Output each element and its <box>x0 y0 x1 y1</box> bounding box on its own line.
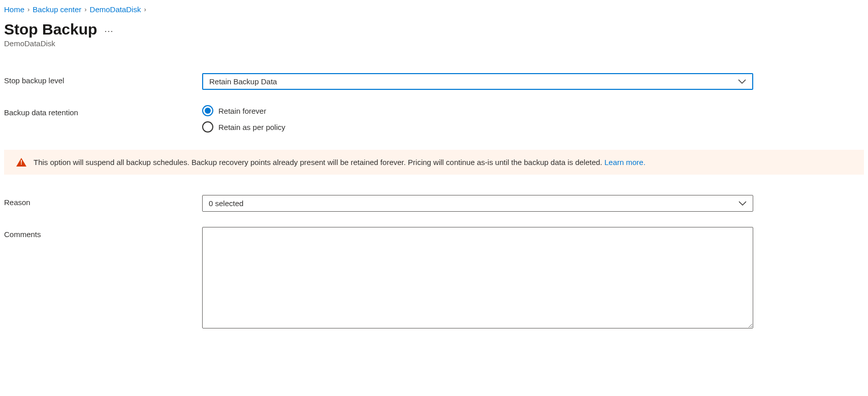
warning-icon <box>16 158 26 167</box>
breadcrumb-home[interactable]: Home <box>4 5 24 14</box>
radio-retain-forever[interactable]: Retain forever <box>202 105 753 116</box>
more-icon[interactable]: ⋯ <box>104 22 114 37</box>
radio-retain-per-policy-label: Retain as per policy <box>218 123 285 131</box>
breadcrumb: Home › Backup center › DemoDataDisk › <box>4 5 864 14</box>
row-comments: Comments <box>4 227 864 330</box>
page-subtitle: DemoDataDisk <box>4 39 864 48</box>
radio-retain-forever-label: Retain forever <box>218 107 266 115</box>
breadcrumb-backup-center[interactable]: Backup center <box>33 5 81 14</box>
chevron-right-icon: › <box>84 6 86 13</box>
page-header: Stop Backup ⋯ <box>4 21 864 38</box>
breadcrumb-demodatadisk[interactable]: DemoDataDisk <box>90 5 141 14</box>
row-reason: Reason 0 selected <box>4 195 864 212</box>
chevron-down-icon <box>738 201 747 206</box>
label-reason: Reason <box>4 195 202 207</box>
chevron-right-icon: › <box>144 6 146 13</box>
radio-icon <box>202 121 213 133</box>
label-comments: Comments <box>4 227 202 239</box>
select-reason-value: 0 selected <box>209 199 243 208</box>
warning-message: This option will suspend all backup sche… <box>34 158 604 167</box>
select-stop-backup-level-value: Retain Backup Data <box>209 77 277 86</box>
learn-more-link[interactable]: Learn more. <box>604 158 646 167</box>
label-backup-data-retention: Backup data retention <box>4 105 202 117</box>
radio-group-retention: Retain forever Retain as per policy <box>202 105 753 133</box>
select-reason[interactable]: 0 selected <box>202 195 753 212</box>
chevron-down-icon <box>738 79 746 84</box>
page-title: Stop Backup <box>4 21 97 38</box>
warning-text: This option will suspend all backup sche… <box>34 158 646 167</box>
textarea-comments[interactable] <box>202 227 753 328</box>
label-stop-backup-level: Stop backup level <box>4 73 202 85</box>
select-stop-backup-level[interactable]: Retain Backup Data <box>202 73 753 90</box>
radio-retain-per-policy[interactable]: Retain as per policy <box>202 121 753 133</box>
chevron-right-icon: › <box>27 6 29 13</box>
radio-icon <box>202 105 213 116</box>
row-backup-data-retention: Backup data retention Retain forever Ret… <box>4 105 864 133</box>
warning-banner: This option will suspend all backup sche… <box>4 150 864 175</box>
row-stop-backup-level: Stop backup level Retain Backup Data <box>4 73 864 90</box>
